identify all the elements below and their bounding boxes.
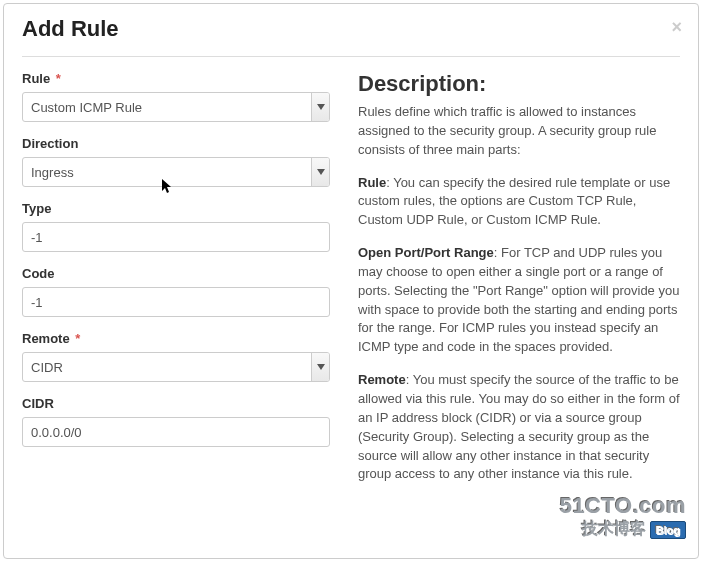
- field-rule: Rule * Custom ICMP Rule: [22, 71, 330, 122]
- field-type: Type: [22, 201, 330, 252]
- code-label: Code: [22, 266, 330, 281]
- desc-rule-label: Rule: [358, 175, 386, 190]
- remote-select[interactable]: CIDR: [22, 352, 330, 382]
- modal-body: Rule * Custom ICMP Rule Direction Ingres…: [4, 57, 698, 508]
- cidr-label: CIDR: [22, 396, 330, 411]
- direction-select[interactable]: Ingress: [22, 157, 330, 187]
- description-rule: Rule: You can specify the desired rule t…: [358, 174, 680, 231]
- field-code: Code: [22, 266, 330, 317]
- remote-label-text: Remote: [22, 331, 70, 346]
- required-mark: *: [75, 331, 80, 346]
- watermark-line2: 技术博客 Blog: [560, 519, 686, 540]
- desc-rule-text: : You can specify the desired rule templ…: [358, 175, 670, 228]
- close-icon[interactable]: ×: [671, 18, 682, 36]
- rule-select[interactable]: Custom ICMP Rule: [22, 92, 330, 122]
- add-rule-modal: Add Rule × Rule * Custom ICMP Rule Direc…: [3, 3, 699, 559]
- required-mark: *: [56, 71, 61, 86]
- description-intro: Rules define which traffic is allowed to…: [358, 103, 680, 160]
- field-remote: Remote * CIDR: [22, 331, 330, 382]
- code-input[interactable]: [22, 287, 330, 317]
- modal-title: Add Rule: [22, 16, 680, 42]
- form-column: Rule * Custom ICMP Rule Direction Ingres…: [22, 71, 330, 498]
- description-heading: Description:: [358, 71, 680, 97]
- watermark-cn: 技术博客: [582, 519, 646, 540]
- blog-badge: Blog: [650, 521, 686, 539]
- cidr-input[interactable]: [22, 417, 330, 447]
- desc-port-label: Open Port/Port Range: [358, 245, 494, 260]
- rule-label: Rule *: [22, 71, 330, 86]
- type-input[interactable]: [22, 222, 330, 252]
- field-cidr: CIDR: [22, 396, 330, 447]
- description-port: Open Port/Port Range: For TCP and UDP ru…: [358, 244, 680, 357]
- type-label: Type: [22, 201, 330, 216]
- field-direction: Direction Ingress: [22, 136, 330, 187]
- description-remote: Remote: You must specify the source of t…: [358, 371, 680, 484]
- description-column: Description: Rules define which traffic …: [358, 71, 680, 498]
- desc-remote-label: Remote: [358, 372, 406, 387]
- desc-remote-text: : You must specify the source of the tra…: [358, 372, 680, 481]
- desc-port-text: : For TCP and UDP rules you may choose t…: [358, 245, 679, 354]
- rule-label-text: Rule: [22, 71, 50, 86]
- modal-header: Add Rule ×: [4, 4, 698, 52]
- remote-label: Remote *: [22, 331, 330, 346]
- direction-label: Direction: [22, 136, 330, 151]
